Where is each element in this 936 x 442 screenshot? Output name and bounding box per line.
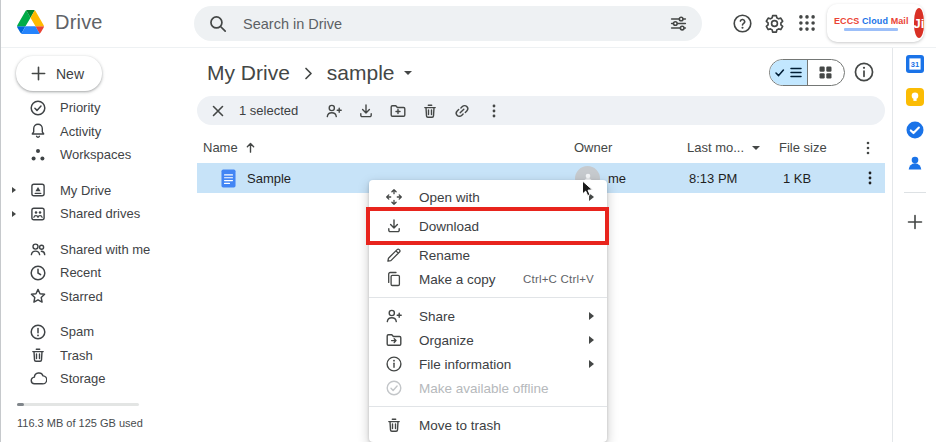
search-input[interactable]: Search in Drive <box>194 6 702 41</box>
menu-item-rename[interactable]: Rename <box>369 243 607 267</box>
breadcrumb-my-drive[interactable]: My Drive <box>201 60 296 86</box>
menu-divider <box>369 297 607 298</box>
row-more-actions-icon[interactable] <box>855 163 885 193</box>
view-toggle <box>769 59 845 86</box>
user-avatar[interactable]: Ji <box>914 8 925 38</box>
column-header-name[interactable]: Name <box>203 140 257 155</box>
share-person-add-icon[interactable] <box>325 102 343 120</box>
menu-item-share[interactable]: Share <box>369 304 607 328</box>
file-size: 1 KB <box>783 163 811 193</box>
expand-caret-icon[interactable] <box>12 211 16 217</box>
account-badge[interactable]: ECCS Cloud Mail Ji <box>827 4 924 42</box>
sidebar-item-shared-drives[interactable]: Shared drives <box>1 202 183 226</box>
priority-check-circle-icon <box>29 99 47 117</box>
drive-logo[interactable]: Drive <box>17 10 103 34</box>
menu-item-open-with[interactable]: Open with <box>369 185 607 209</box>
new-button-label: New <box>56 66 84 82</box>
download-icon <box>385 217 403 235</box>
panel-divider <box>904 192 926 193</box>
spam-icon <box>29 323 47 341</box>
sidebar-item-my-drive[interactable]: My Drive <box>1 179 183 203</box>
folder-menu-caret-icon <box>404 71 412 75</box>
breadcrumb-current-folder[interactable]: sample <box>321 60 418 86</box>
search-options-icon[interactable] <box>669 14 688 33</box>
search-icon <box>208 14 227 33</box>
column-header-owner[interactable]: Owner <box>574 140 612 155</box>
copy-icon <box>385 270 403 288</box>
storage-progress-bar <box>17 403 139 406</box>
trash-icon <box>29 346 47 364</box>
get-link-icon[interactable] <box>453 102 471 120</box>
more-actions-icon[interactable] <box>485 102 503 120</box>
menu-item-download[interactable]: Download <box>369 214 607 238</box>
toolbar-actions <box>318 102 510 120</box>
side-panel: 31 <box>892 47 936 442</box>
sidebar-item-spam[interactable]: Spam <box>1 320 183 344</box>
storage-progress-fill <box>17 403 24 406</box>
clear-selection-icon[interactable] <box>209 102 227 120</box>
people-icon <box>29 240 47 258</box>
selected-count: 1 selected <box>239 103 298 118</box>
shared-drives-icon <box>29 205 47 223</box>
app-title: Drive <box>55 11 103 34</box>
bell-icon <box>29 122 47 140</box>
google-docs-file-icon <box>221 163 236 193</box>
trash-icon[interactable] <box>421 102 439 120</box>
google-calendar-icon[interactable]: 31 <box>905 54 925 74</box>
google-contacts-icon[interactable] <box>905 153 925 173</box>
settings-gear-icon[interactable] <box>762 11 786 35</box>
submenu-arrow-icon <box>589 193 594 201</box>
submenu-arrow-icon <box>589 360 594 368</box>
sidebar-item-priority[interactable]: Priority <box>1 96 183 120</box>
top-header: Drive Search in Drive <box>1 0 936 48</box>
google-apps-grid-icon[interactable] <box>795 11 819 35</box>
google-keep-icon[interactable] <box>905 87 925 107</box>
help-icon[interactable] <box>730 11 754 35</box>
details-info-icon[interactable] <box>853 61 875 83</box>
storage-usage-text: 116.3 MB of 125 GB used <box>17 417 143 429</box>
sidebar-item-trash[interactable]: Trash <box>1 344 183 368</box>
grid-view-button[interactable] <box>807 60 845 85</box>
clock-icon <box>29 264 47 282</box>
search-placeholder: Search in Drive <box>243 16 669 32</box>
sort-ascending-icon <box>244 141 257 154</box>
table-settings-icon[interactable] <box>859 139 877 157</box>
sidebar-item-starred[interactable]: Starred <box>1 285 183 309</box>
file-name: Sample <box>247 163 291 193</box>
new-button[interactable]: New <box>16 56 102 91</box>
sidebar-item-shared-with-me[interactable]: Shared with me <box>1 238 183 262</box>
trash-icon <box>385 416 403 434</box>
file-table-header: Name Owner Last mo... File size <box>197 137 885 161</box>
open-with-icon <box>385 188 403 206</box>
sidebar-item-recent[interactable]: Recent <box>1 261 183 285</box>
submenu-arrow-icon <box>589 336 594 344</box>
menu-item-move-to-trash[interactable]: Move to trash <box>369 413 607 437</box>
move-to-folder-icon[interactable] <box>389 102 407 120</box>
folder-icon <box>385 331 403 349</box>
share-person-add-icon <box>385 307 403 325</box>
google-tasks-icon[interactable] <box>905 120 925 140</box>
org-logo-title: ECCS Cloud Mail <box>834 16 909 26</box>
menu-item-make-a-copy[interactable]: Make a copy Ctrl+C Ctrl+V <box>369 267 607 291</box>
sidebar-item-storage[interactable]: Storage <box>1 367 183 391</box>
info-icon <box>385 355 403 373</box>
expand-caret-icon[interactable] <box>12 187 16 193</box>
column-menu-caret-icon <box>752 146 760 150</box>
google-drive-window: Drive Search in Drive <box>0 0 936 442</box>
menu-item-organize[interactable]: Organize <box>369 328 607 352</box>
drive-logo-icon <box>17 10 44 34</box>
list-view-button[interactable] <box>770 60 807 85</box>
selection-toolbar: 1 selected <box>197 96 885 125</box>
sidebar-item-activity[interactable]: Activity <box>1 120 183 144</box>
star-icon <box>29 287 47 305</box>
column-header-file-size[interactable]: File size <box>779 140 827 155</box>
column-header-last-modified[interactable]: Last mo... <box>687 140 760 155</box>
add-panel-app-icon[interactable] <box>906 213 924 231</box>
download-icon[interactable] <box>357 102 375 120</box>
sidebar-nav: Priority Activity Workspaces <box>1 96 183 391</box>
chevron-right-icon <box>304 67 313 80</box>
breadcrumb: My Drive sample <box>201 58 418 88</box>
sidebar-item-workspaces[interactable]: Workspaces <box>1 143 183 167</box>
cloud-icon <box>29 370 47 388</box>
menu-item-file-information[interactable]: File information <box>369 352 607 376</box>
